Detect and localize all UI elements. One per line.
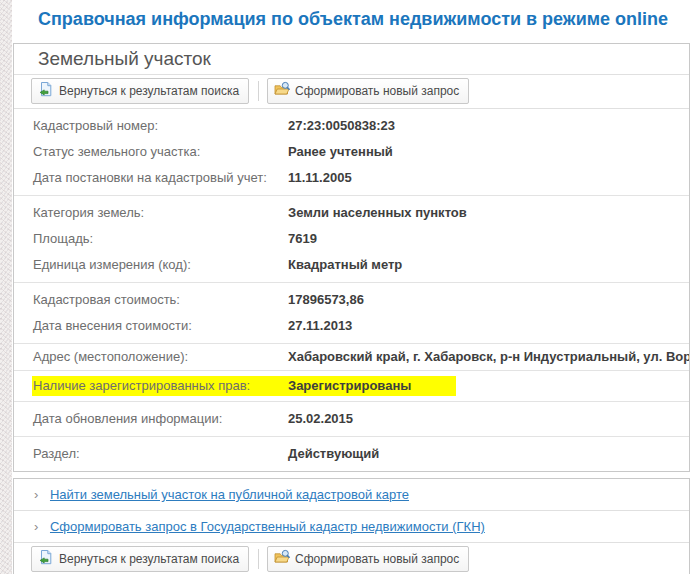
field-label: Дата внесения стоимости: xyxy=(33,313,288,339)
field-value: 11.11.2005 xyxy=(288,165,352,191)
toolbar-bottom: Вернуться к результатам поиска Сформиров… xyxy=(14,543,689,574)
field-group-address: Адрес (местоположение): Хабаровский край… xyxy=(14,344,689,370)
field-value: 7619 xyxy=(288,226,317,252)
link-gkn-request[interactable]: Сформировать запрос в Государственный ка… xyxy=(50,519,485,534)
chevron-right-icon: › xyxy=(34,487,38,502)
new-request-button[interactable]: Сформировать новый запрос xyxy=(267,78,469,104)
actions-panel: › Найти земельный участок на публичной к… xyxy=(13,478,690,574)
field-label: Дата обновления информации: xyxy=(33,408,288,430)
field-label: Статус земельного участка: xyxy=(33,139,288,165)
return-icon xyxy=(38,549,54,568)
field-value: 27:23:0050838:23 xyxy=(288,113,395,139)
toolbar-separator xyxy=(258,81,259,101)
field-label: Единица измерения (код): xyxy=(33,252,288,278)
field-row-registration-date: Дата постановки на кадастровый учет: 11.… xyxy=(14,165,689,191)
back-to-results-button[interactable]: Вернуться к результатам поиска xyxy=(31,78,249,104)
field-row-section: Раздел: Действующий xyxy=(14,443,689,465)
field-label: Кадастровый номер: xyxy=(33,113,288,139)
field-label: Дата постановки на кадастровый учет: xyxy=(33,165,288,191)
chevron-right-icon: › xyxy=(34,519,38,534)
field-label: Кадастровая стоимость: xyxy=(33,287,288,313)
field-value: Зарегистрированы xyxy=(288,375,411,397)
new-request-icon xyxy=(274,549,290,568)
return-icon xyxy=(38,81,54,100)
field-value: Земли населенных пунктов xyxy=(288,200,467,226)
field-group-updated: Дата обновления информации: 25.02.2015 xyxy=(14,402,689,436)
field-value: Действующий xyxy=(288,443,379,465)
new-request-label: Сформировать новый запрос xyxy=(295,84,459,98)
back-to-results-label: Вернуться к результатам поиска xyxy=(59,84,239,98)
field-value: 17896573,86 xyxy=(288,287,364,313)
page-content: Справочная информация по объектам недвиж… xyxy=(13,0,690,574)
link-row-map: › Найти земельный участок на публичной к… xyxy=(14,479,689,511)
field-row-unit: Единица измерения (код): Квадратный метр xyxy=(14,252,689,278)
field-row-address: Адрес (местоположение): Хабаровский край… xyxy=(14,346,689,368)
field-group-section: Раздел: Действующий xyxy=(14,437,689,471)
new-request-icon xyxy=(274,81,290,100)
field-row-update-date: Дата обновления информации: 25.02.2015 xyxy=(14,408,689,430)
field-row-value-date: Дата внесения стоимости: 27.11.2013 xyxy=(14,313,689,339)
land-plot-panel: Земельный участок Вернуться к результата… xyxy=(13,43,690,472)
field-value: 27.11.2013 xyxy=(288,313,352,339)
field-value: Квадратный метр xyxy=(288,252,402,278)
field-row-status: Статус земельного участка: Ранее учтенны… xyxy=(14,139,689,165)
field-group-rights: Наличие зарегистрированных прав: Зарегис… xyxy=(14,371,689,401)
field-label: Площадь: xyxy=(33,226,288,252)
field-group-value: Кадастровая стоимость: 17896573,86 Дата … xyxy=(14,283,689,343)
panel-header: Земельный участок xyxy=(14,44,689,75)
field-label: Раздел: xyxy=(33,443,288,465)
field-row-registered-rights: Наличие зарегистрированных прав: Зарегис… xyxy=(14,375,689,397)
new-request-label: Сформировать новый запрос xyxy=(295,552,459,566)
field-value: Ранее учтенный xyxy=(288,139,393,165)
field-group-land: Категория земель: Земли населенных пункт… xyxy=(14,196,689,282)
link-public-cadastral-map[interactable]: Найти земельный участок на публичной кад… xyxy=(50,487,409,502)
field-row-land-category: Категория земель: Земли населенных пункт… xyxy=(14,200,689,226)
link-row-gkn: › Сформировать запрос в Государственный … xyxy=(14,511,689,543)
field-value: 25.02.2015 xyxy=(288,408,353,430)
new-request-button[interactable]: Сформировать новый запрос xyxy=(267,546,469,572)
toolbar-top: Вернуться к результатам поиска Сформиров… xyxy=(14,75,689,109)
back-to-results-button[interactable]: Вернуться к результатам поиска xyxy=(31,546,249,572)
field-label: Адрес (местоположение): xyxy=(33,346,288,368)
field-label: Наличие зарегистрированных прав: xyxy=(33,375,288,397)
page-background-texture xyxy=(0,0,12,574)
field-group-cadastral: Кадастровый номер: 27:23:0050838:23 Стат… xyxy=(14,109,689,195)
field-row-cadastral-value: Кадастровая стоимость: 17896573,86 xyxy=(14,287,689,313)
back-to-results-label: Вернуться к результатам поиска xyxy=(59,552,239,566)
toolbar-separator xyxy=(258,549,259,569)
field-row-area: Площадь: 7619 xyxy=(14,226,689,252)
field-row-cadastral-number: Кадастровый номер: 27:23:0050838:23 xyxy=(14,113,689,139)
field-value: Хабаровский край, г. Хабаровск, р-н Инду… xyxy=(288,346,689,368)
field-label: Категория земель: xyxy=(33,200,288,226)
page-title: Справочная информация по объектам недвиж… xyxy=(38,9,690,30)
